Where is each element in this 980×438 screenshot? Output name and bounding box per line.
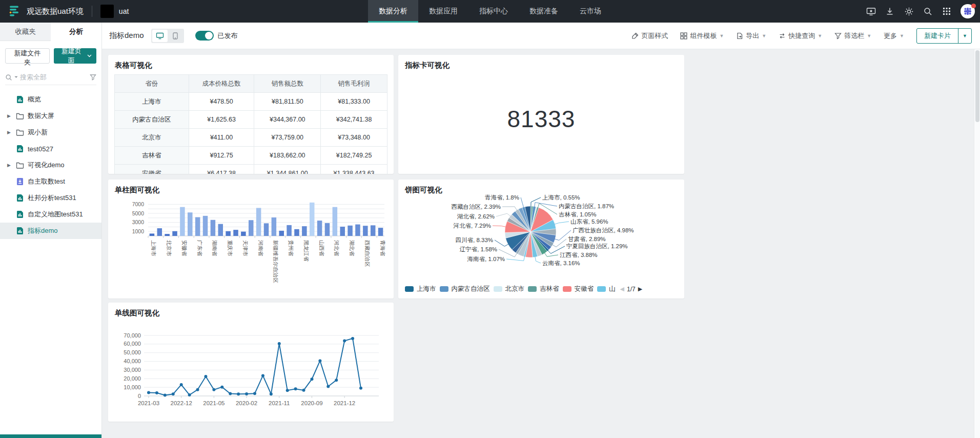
sidebar-bottom-bar[interactable] [0,434,101,438]
nav-tab[interactable]: 指标中心 [468,0,519,23]
desktop-view-button[interactable] [152,30,168,42]
bar[interactable] [203,216,208,236]
nav-tab[interactable]: 数据应用 [418,0,468,23]
bar[interactable] [211,220,216,236]
bar[interactable] [310,203,315,236]
data-point[interactable] [278,342,281,345]
bar[interactable] [195,217,200,236]
sidebar-item-test0527[interactable]: test0527 [0,141,101,157]
toolbar-action-更多[interactable]: 更多▼ [884,31,904,41]
publish-toggle[interactable] [195,31,214,41]
bar[interactable] [233,230,238,236]
expand-caret-icon[interactable]: ▶ [7,163,12,168]
data-point[interactable] [245,392,248,395]
new-card-button[interactable]: 新建卡片 [917,29,958,43]
legend-item-内蒙古自治区[interactable]: 内蒙古自治区 [440,285,490,293]
bar[interactable] [218,224,223,236]
download-icon[interactable] [885,6,895,16]
bar[interactable] [188,212,193,236]
data-point[interactable] [253,392,256,395]
workspace-logo[interactable] [100,5,114,18]
scrollbar-thumb[interactable] [975,50,979,122]
bar[interactable] [294,229,299,236]
table-card[interactable]: 表格可视化 省份成本价格总数销售额总数销售毛利润上海市¥478.50¥81,81… [108,55,394,174]
nav-tab[interactable]: 数据准备 [519,0,569,23]
bar[interactable] [256,208,261,236]
new-page-button[interactable]: 新建页面 [54,48,97,64]
toolbar-action-组件模板[interactable]: 组件模板▼ [680,31,724,41]
bar[interactable] [371,225,376,236]
nav-tab[interactable]: 云市场 [569,0,612,23]
sidebar-item-可视化demo[interactable]: ▶可视化demo [0,157,101,173]
bar-chart-card[interactable]: 单柱图可视化 1000300050007000上海市北京市安徽省广东省湖南省重庆… [108,180,394,298]
bar[interactable] [279,231,284,236]
bar[interactable] [180,207,185,236]
data-point[interactable] [164,393,167,396]
data-point[interactable] [326,385,330,388]
table-row[interactable]: 上海市¥478.50¥81,811.50¥81,333.00 [115,93,387,111]
legend-item-北京市[interactable]: 北京市 [494,285,525,293]
data-point[interactable] [237,392,240,395]
data-point[interactable] [155,391,158,394]
column-header[interactable]: 省份 [115,75,189,93]
table-row[interactable]: 内蒙古自治区¥1,625.63¥344,367.00¥342,741.38 [115,111,387,129]
bar[interactable] [355,225,360,236]
data-point[interactable] [286,389,289,392]
mobile-view-button[interactable] [168,30,183,42]
sidebar-item-杜邦分析test531[interactable]: 杜邦分析test531 [0,190,101,206]
data-point[interactable] [196,388,199,391]
sidebar-item-自定义地图test531[interactable]: 自定义地图test531 [0,206,101,223]
toolbar-action-导出[interactable]: 导出▼ [736,31,766,41]
sidebar-item-指标demo[interactable]: 指标demo [0,223,101,239]
toolbar-action-筛选栏[interactable]: 筛选栏▼ [834,31,871,41]
column-header[interactable]: 成本价格总数 [189,75,254,93]
data-point[interactable] [310,377,313,381]
data-point[interactable] [359,387,362,390]
kpi-card[interactable]: 指标卡可视化 81333 [398,55,684,174]
data-point[interactable] [318,359,321,362]
line-chart-card[interactable]: 单线图可视化 010,00020,00030,00040,00050,00060… [108,303,394,422]
sidebar-item-观小新[interactable]: ▶观小新 [0,124,101,141]
legend-prev-icon[interactable]: ◀ [620,286,624,292]
sidebar-item-数据大屏[interactable]: ▶数据大屏 [0,108,101,124]
data-point[interactable] [212,388,215,391]
bar[interactable] [363,226,368,236]
new-card-dropdown[interactable]: ▼ [958,29,971,43]
bar[interactable] [150,233,155,236]
bar[interactable] [287,225,292,236]
data-point[interactable] [343,340,346,343]
search-icon[interactable] [923,6,933,16]
scrollbar-track[interactable] [974,49,980,438]
table-row[interactable]: 安徽省¥6,417.38¥1,344,861.00¥1,338,443.63 [115,165,387,174]
data-point[interactable] [294,387,297,390]
bar[interactable] [241,232,246,236]
expand-caret-icon[interactable]: ▶ [7,113,12,118]
pie-chart-card[interactable]: 饼图可视化 上海市, 0.55%内蒙古自治区, 1.87%吉林省, 1.05%山… [398,180,684,298]
screen-cast-icon[interactable] [866,6,876,16]
apps-grid-icon[interactable] [942,6,952,16]
brand-logo-icon[interactable] [6,4,22,19]
column-header[interactable]: 销售毛利润 [321,75,387,93]
data-point[interactable] [335,379,338,382]
nav-tab[interactable]: 数据分析 [368,0,418,23]
bar[interactable] [317,221,322,236]
bar[interactable] [325,223,330,236]
legend-item-山[interactable]: 山 [597,285,616,293]
legend-item-吉林省[interactable]: 吉林省 [528,285,559,293]
data-point[interactable] [180,383,183,386]
data-point[interactable] [188,393,191,396]
data-point[interactable] [302,389,305,392]
sidebar-tab[interactable]: 分析 [51,23,101,41]
bar[interactable] [264,223,269,236]
data-point[interactable] [172,392,175,395]
legend-item-上海市[interactable]: 上海市 [405,285,436,293]
bar[interactable] [249,220,254,236]
settings-icon[interactable] [904,6,914,16]
sidebar-item-自主取数test[interactable]: 自主取数test [0,173,101,190]
bar[interactable] [165,234,170,236]
bar[interactable] [172,231,177,236]
data-point[interactable] [270,392,273,395]
expand-caret-icon[interactable]: ▶ [7,130,12,135]
data-point[interactable] [351,337,354,340]
table-row[interactable]: 北京市¥411.00¥73,759.00¥73,348.00 [115,129,387,147]
